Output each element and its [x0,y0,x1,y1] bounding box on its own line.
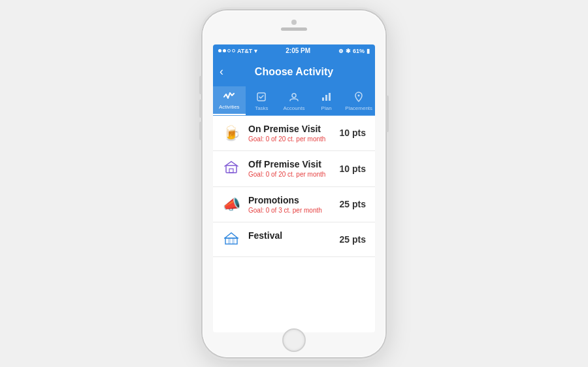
accounts-icon [289,92,299,104]
promotions-details: Promotions Goal: 0 of 3 ct. per month [248,195,332,214]
on-premise-name: On Premise Visit [248,124,332,134]
tab-placements-label: Placements [345,105,372,111]
status-right: ⊕ ✱ 61% ▮ [338,48,370,54]
svg-rect-10 [232,238,235,244]
on-premise-details: On Premise Visit Goal: 0 of 20 ct. per m… [248,124,332,143]
off-premise-details: Off Premise Visit Goal: 0 of 20 ct. per … [248,159,332,178]
on-premise-goal: Goal: 0 of 20 ct. per month [248,135,332,143]
tab-placements[interactable]: Placements [342,88,375,115]
list-item[interactable]: 🍺 On Premise Visit Goal: 0 of 20 ct. per… [213,116,375,151]
svg-point-1 [292,94,296,97]
svg-rect-9 [228,238,231,244]
plan-icon [321,92,332,104]
front-camera [291,20,297,25]
tab-activities[interactable]: Activities [213,86,246,115]
promotions-name: Promotions [248,195,332,205]
dot-2 [223,49,226,52]
activity-list: 🍺 On Premise Visit Goal: 0 of 20 ct. per… [213,116,375,257]
tasks-icon [256,92,267,104]
on-premise-icon: 🍺 [222,125,240,142]
festival-icon [222,232,240,249]
svg-rect-3 [325,95,327,101]
off-premise-icon [222,160,240,179]
signal-dots [218,49,235,52]
time-display: 2:05 PM [286,47,310,54]
phone-screen: AT&T ▾ 2:05 PM ⊕ ✱ 61% ▮ ‹ Choose Activi… [213,44,375,332]
dot-1 [218,49,221,52]
svg-rect-8 [225,238,237,244]
tab-plan[interactable]: Plan [310,88,343,115]
location-icon: ⊕ [338,48,344,54]
phone-frame: AT&T ▾ 2:05 PM ⊕ ✱ 61% ▮ ‹ Choose Activi… [203,10,385,357]
dot-4 [232,49,235,52]
status-left: AT&T ▾ [218,48,257,54]
app-header: ‹ Choose Activity [213,58,375,86]
tab-accounts-label: Accounts [284,105,305,111]
tab-bar: Activities Tasks Account [213,86,375,116]
phone-decorations [203,20,385,31]
battery-icon: ▮ [367,48,370,54]
wifi-icon: ▾ [254,48,257,54]
svg-rect-4 [329,93,331,101]
list-item[interactable]: 📣 Promotions Goal: 0 of 3 ct. per month … [213,187,375,222]
bluetooth-icon: ✱ [346,48,351,54]
page-title: Choose Activity [255,66,333,78]
placements-icon [353,92,364,104]
battery-label: 61% [353,48,365,54]
promotions-goal: Goal: 0 of 3 ct. per month [248,207,332,214]
off-premise-pts: 10 pts [340,164,366,174]
speaker [281,27,307,31]
festival-pts: 25 pts [340,234,366,245]
tab-tasks[interactable]: Tasks [246,88,278,115]
home-button[interactable] [282,328,306,352]
off-premise-name: Off Premise Visit [248,159,332,169]
off-premise-goal: Goal: 0 of 20 ct. per month [248,171,332,178]
svg-point-5 [358,94,360,96]
activities-icon [223,90,235,103]
back-button[interactable]: ‹ [220,65,223,79]
svg-rect-7 [229,169,233,173]
tab-accounts[interactable]: Accounts [278,88,310,115]
svg-rect-2 [322,97,324,101]
festival-name: Festival [248,230,332,241]
promotions-pts: 25 pts [340,199,366,209]
tab-tasks-label: Tasks [255,105,268,111]
status-bar: AT&T ▾ 2:05 PM ⊕ ✱ 61% ▮ [213,44,375,58]
list-item[interactable]: Festival 25 pts [213,222,375,257]
tab-activities-label: Activities [219,104,240,110]
festival-details: Festival [248,230,332,242]
list-item[interactable]: Off Premise Visit Goal: 0 of 20 ct. per … [213,151,375,187]
dot-3 [227,49,231,52]
carrier-label: AT&T [237,48,252,54]
on-premise-pts: 10 pts [340,128,366,138]
promotions-icon: 📣 [222,196,240,213]
tab-plan-label: Plan [321,105,332,111]
